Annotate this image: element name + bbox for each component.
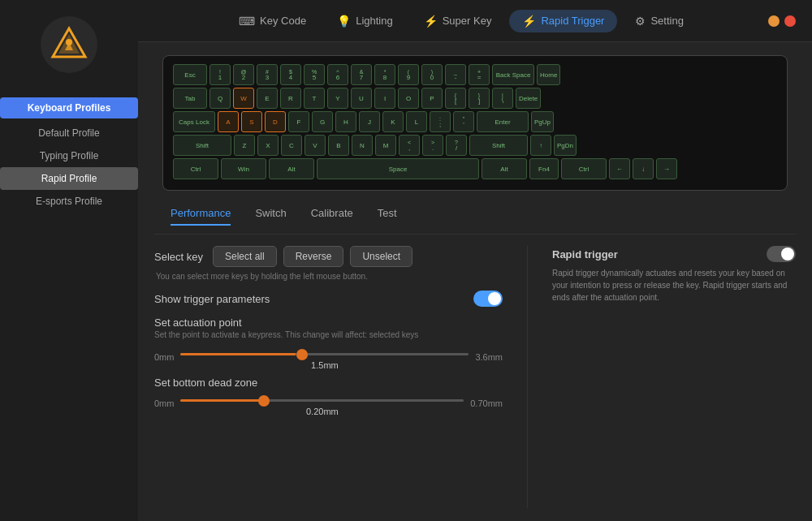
rapid-trigger-desc: Rapid trigger dynamically actuates and r… — [552, 267, 796, 304]
sidebar-item-esports-profile[interactable]: E-sports Profile — [0, 190, 138, 213]
key-minus[interactable]: _- — [445, 64, 466, 85]
key-shift-left[interactable]: Shift — [173, 135, 231, 156]
key-p[interactable]: P — [421, 88, 443, 109]
key-delete[interactable]: Delete — [516, 88, 541, 109]
key-a[interactable]: A — [218, 111, 239, 132]
actuation-subtitle: Set the point to activate a keypress. Th… — [154, 330, 503, 339]
sidebar-item-rapid-profile[interactable]: Rapid Profile — [0, 167, 138, 190]
key-w[interactable]: W — [233, 88, 254, 109]
key-pgup[interactable]: PgUp — [531, 111, 554, 132]
key-equals[interactable]: += — [469, 64, 490, 85]
key-c[interactable]: C — [281, 135, 302, 156]
key-2[interactable]: @2 — [233, 64, 254, 85]
dead-zone-max: 0.70mm — [470, 398, 503, 408]
key-d[interactable]: D — [265, 111, 286, 132]
key-pgdn[interactable]: PgDn — [554, 135, 577, 156]
sub-tab-switch[interactable]: Switch — [255, 207, 286, 226]
key-v[interactable]: V — [304, 135, 326, 156]
key-o[interactable]: O — [398, 88, 419, 109]
sidebar-item-typing-profile[interactable]: Typing Profile — [0, 144, 138, 167]
dead-zone-slider[interactable] — [180, 399, 464, 402]
tab-super-key[interactable]: ⚡ Super Key — [411, 10, 505, 32]
key-k[interactable]: K — [382, 111, 404, 132]
key-comma[interactable]: <, — [399, 135, 420, 156]
key-semicolon[interactable]: :; — [430, 111, 451, 132]
sidebar-keyboard-profiles-label[interactable]: Keyboard Profiles — [0, 97, 138, 118]
key-rbracket[interactable]: }] — [469, 88, 490, 109]
key-b[interactable]: B — [328, 135, 349, 156]
rapid-trigger-title: Rapid trigger — [552, 248, 618, 260]
key-slash[interactable]: ?/ — [446, 135, 467, 156]
key-alt-left[interactable]: Alt — [269, 158, 314, 179]
key-backspace[interactable]: Back Space — [492, 64, 534, 85]
key-lbracket[interactable]: {[ — [445, 88, 466, 109]
key-g[interactable]: G — [312, 111, 333, 132]
unselect-button[interactable]: Unselect — [350, 246, 412, 267]
key-left[interactable]: ← — [609, 158, 630, 179]
tab-setting[interactable]: ⚙ Setting — [622, 10, 696, 32]
main-content: ⌨ Key Code 💡 Lighting ⚡ Super Key ⚡ Rapi… — [138, 0, 812, 521]
key-ctrl-left[interactable]: Ctrl — [173, 158, 218, 179]
key-h[interactable]: H — [335, 111, 356, 132]
key-fn4[interactable]: Fn4 — [529, 158, 559, 179]
key-5[interactable]: %5 — [304, 64, 325, 85]
key-6[interactable]: ^6 — [327, 64, 348, 85]
key-z[interactable]: Z — [234, 135, 255, 156]
key-alt-right[interactable]: Alt — [482, 158, 527, 179]
key-m[interactable]: M — [375, 135, 396, 156]
tab-lighting[interactable]: 💡 Lighting — [324, 10, 406, 32]
key-j[interactable]: J — [359, 111, 380, 132]
key-up[interactable]: ↑ — [530, 135, 551, 156]
key-l[interactable]: L — [406, 111, 427, 132]
key-space[interactable]: Space — [317, 158, 479, 179]
key-x[interactable]: X — [257, 135, 279, 156]
key-f[interactable]: F — [288, 111, 309, 132]
sub-tab-test[interactable]: Test — [378, 207, 397, 226]
actuation-max: 3.6mm — [475, 352, 503, 362]
actuation-value: 1.5mm — [180, 360, 469, 370]
key-0[interactable]: )0 — [421, 64, 443, 85]
sub-tab-calibrate[interactable]: Calibrate — [311, 207, 353, 226]
actuation-slider[interactable] — [180, 353, 469, 355]
key-3[interactable]: #3 — [257, 64, 278, 85]
key-shift-right[interactable]: Shift — [469, 135, 528, 156]
key-home[interactable]: Home — [537, 64, 560, 85]
reverse-button[interactable]: Reverse — [283, 246, 344, 267]
key-down[interactable]: ↓ — [633, 158, 654, 179]
key-7[interactable]: &7 — [351, 64, 372, 85]
key-s[interactable]: S — [241, 111, 262, 132]
key-tab[interactable]: Tab — [173, 88, 207, 109]
key-8[interactable]: *8 — [374, 64, 395, 85]
actuation-slider-row: 0mm 1.5mm 3.6mm — [154, 344, 503, 370]
rapid-trigger-toggle[interactable] — [767, 246, 796, 262]
key-4[interactable]: $4 — [280, 64, 301, 85]
dot-red — [784, 15, 796, 27]
key-ctrl-right[interactable]: Ctrl — [561, 158, 607, 179]
select-all-button[interactable]: Select all — [213, 246, 277, 267]
key-y[interactable]: Y — [327, 88, 348, 109]
tab-key-code[interactable]: ⌨ Key Code — [226, 10, 319, 32]
sub-tab-performance[interactable]: Performance — [171, 207, 231, 226]
sidebar-item-default-profile[interactable]: Default Profile — [0, 122, 138, 144]
key-right[interactable]: → — [656, 158, 677, 179]
key-capslock[interactable]: Caps Lock — [173, 111, 215, 132]
key-i[interactable]: I — [374, 88, 395, 109]
key-9[interactable]: (9 — [398, 64, 419, 85]
show-trigger-label: Show trigger parameters — [154, 293, 270, 305]
key-e[interactable]: E — [257, 88, 278, 109]
key-u[interactable]: U — [351, 88, 372, 109]
key-win[interactable]: Win — [221, 158, 266, 179]
key-esc[interactable]: Esc — [173, 64, 207, 85]
key-1[interactable]: !1 — [209, 64, 231, 85]
key-period[interactable]: >. — [422, 135, 443, 156]
key-t[interactable]: T — [304, 88, 325, 109]
setting-icon: ⚙ — [635, 15, 646, 28]
key-r[interactable]: R — [280, 88, 301, 109]
key-q[interactable]: Q — [209, 88, 231, 109]
show-trigger-toggle[interactable] — [473, 291, 503, 307]
key-n[interactable]: N — [352, 135, 373, 156]
key-enter[interactable]: Enter — [477, 111, 529, 132]
key-quote[interactable]: "' — [453, 111, 474, 132]
tab-rapid-trigger[interactable]: ⚡ Rapid Trigger — [509, 10, 617, 32]
key-backslash[interactable]: |\ — [492, 88, 513, 109]
